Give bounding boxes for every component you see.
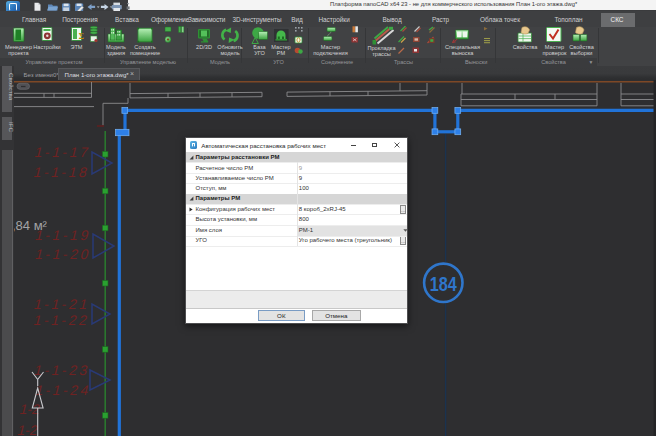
svg-text:1-1-17: 1-1-17 — [33, 145, 90, 161]
svg-text:IFC: IFC — [8, 122, 15, 132]
svg-text:184: 184 — [430, 272, 457, 295]
svg-text:1-2: 1-2 — [18, 401, 42, 417]
svg-text:1-1-21: 1-1-21 — [32, 296, 89, 312]
svg-text:1-1-24: 1-1-24 — [34, 383, 91, 399]
svg-text:1-1-22: 1-1-22 — [32, 313, 89, 329]
svg-text:,84 м²: ,84 м² — [12, 218, 48, 233]
svg-text:1-1-18: 1-1-18 — [32, 164, 89, 180]
svg-text:1-1-20: 1-1-20 — [34, 247, 91, 263]
svg-text:1-2: 1-2 — [16, 422, 40, 436]
svg-text:Σ: Σ — [79, 32, 84, 41]
svg-text:1-1-23: 1-1-23 — [33, 363, 90, 379]
svg-text:Свойства: Свойства — [8, 73, 15, 101]
